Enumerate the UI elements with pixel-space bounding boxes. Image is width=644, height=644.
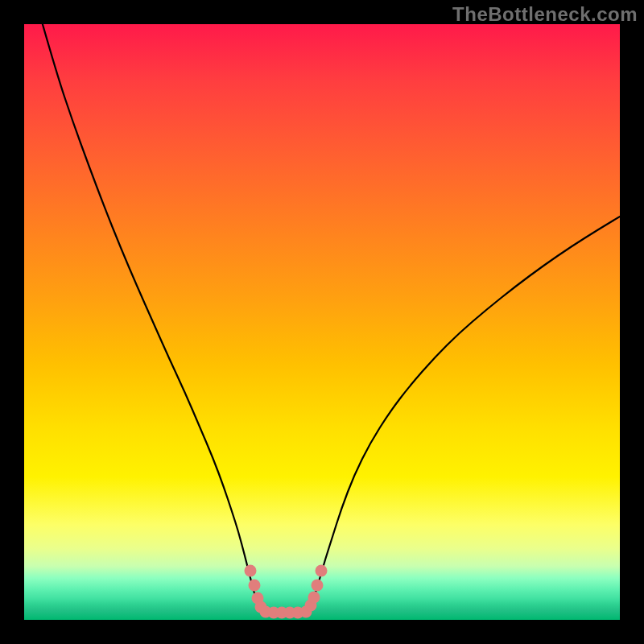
curve-marker: [245, 565, 257, 577]
plot-area: [24, 24, 620, 620]
chart-container: TheBottleneck.com: [0, 0, 644, 644]
bottleneck-curve: [40, 24, 620, 613]
curve-marker: [312, 580, 324, 592]
watermark-text: TheBottleneck.com: [452, 3, 638, 26]
curve-marker: [308, 592, 320, 604]
curve-layer: [24, 24, 620, 620]
curve-marker: [249, 580, 261, 592]
marker-group: [245, 565, 328, 619]
curve-marker: [316, 565, 328, 577]
